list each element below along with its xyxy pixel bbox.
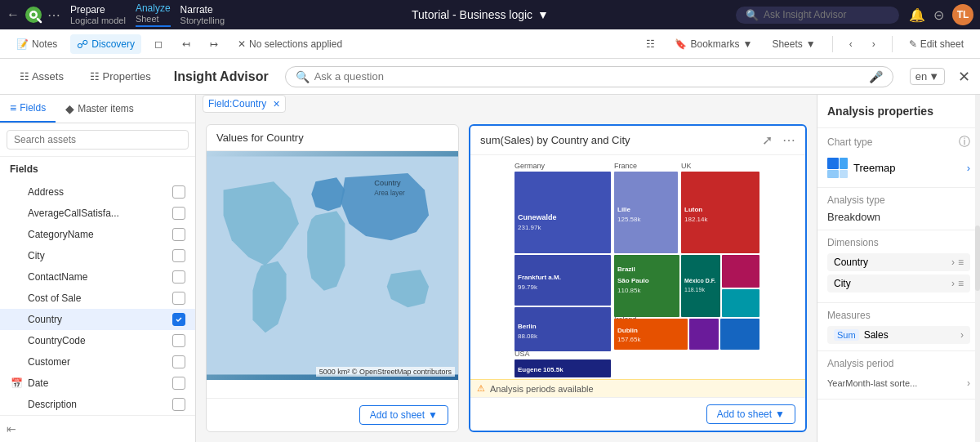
field-checkbox-country[interactable] bbox=[172, 313, 185, 326]
discovery-button[interactable]: ☍ Discovery bbox=[70, 34, 141, 54]
asset-search-input[interactable] bbox=[7, 130, 189, 150]
selection-icon-3[interactable]: ↦ bbox=[203, 35, 225, 53]
field-item-cost[interactable]: Cost of Sale bbox=[0, 288, 195, 309]
assets-tab[interactable]: ☷ Assets bbox=[10, 67, 74, 86]
more-icon[interactable]: ⋯ bbox=[47, 7, 60, 23]
field-item-category[interactable]: CategoryName bbox=[0, 224, 195, 245]
dimension-city-expand[interactable]: › bbox=[951, 278, 955, 289]
period-item[interactable]: YearMonth-last sorte... › bbox=[827, 374, 970, 392]
dimension-country-drag[interactable]: ≡ bbox=[958, 257, 964, 268]
asset-search-area[interactable] bbox=[0, 123, 195, 157]
mic-icon[interactable]: 🎤 bbox=[869, 70, 883, 83]
svg-text:Cunewalde: Cunewalde bbox=[518, 213, 557, 221]
measure-value: Sales bbox=[864, 329, 889, 341]
measure-item[interactable]: Sum Sales › bbox=[827, 326, 970, 344]
svg-rect-8 bbox=[514, 172, 611, 253]
field-checkbox-city[interactable] bbox=[172, 249, 185, 262]
selection-clear-btn[interactable]: ✕ No selections applied bbox=[231, 35, 349, 53]
warning-icon: ⚠ bbox=[477, 383, 485, 394]
field-icon-address bbox=[10, 185, 23, 199]
properties-tab[interactable]: ☷ Properties bbox=[80, 67, 161, 86]
language-selector[interactable]: en ▼ bbox=[910, 68, 945, 85]
notes-button[interactable]: 📝 Notes bbox=[10, 35, 64, 53]
dimension-city-name: City bbox=[834, 278, 851, 289]
field-checkbox-date[interactable] bbox=[172, 377, 185, 390]
nav-prepare[interactable]: Prepare Logical model bbox=[70, 4, 126, 25]
insight-search-input[interactable] bbox=[764, 9, 878, 20]
fullscreen-icon[interactable]: ➚ bbox=[762, 132, 773, 148]
field-checkbox-address[interactable] bbox=[172, 185, 185, 199]
notes-label: Notes bbox=[32, 38, 57, 50]
master-items-tab[interactable]: ◆ Master items bbox=[56, 95, 144, 123]
dimension-country-name: Country bbox=[834, 257, 868, 268]
field-checkbox-contact[interactable] bbox=[172, 270, 185, 284]
treemap-card-body: Germany Cunewalde 231.97k Frankfurt a.M.… bbox=[470, 155, 805, 379]
analysis-warning: ⚠ Analysis periods available bbox=[470, 379, 805, 397]
left-panel-tabs: ≡ Fields ◆ Master items bbox=[0, 95, 195, 123]
field-item-countrycode[interactable]: CountryCode bbox=[0, 330, 195, 351]
treemap-more-icon[interactable]: ⋯ bbox=[782, 132, 795, 148]
field-item-avgcall[interactable]: AverageCallSatisfa... bbox=[0, 203, 195, 224]
treemap-add-to-sheet-button[interactable]: Add to sheet ▼ bbox=[706, 404, 795, 424]
insight-question-field[interactable]: 🔍 🎤 bbox=[285, 66, 893, 87]
map-add-to-sheet-button[interactable]: Add to sheet ▼ bbox=[359, 405, 448, 425]
period-expand[interactable]: › bbox=[967, 377, 970, 389]
dimension-country[interactable]: Country › ≡ bbox=[827, 253, 970, 271]
next-button[interactable]: › bbox=[866, 35, 882, 53]
nav-narrate[interactable]: Narrate Storytelling bbox=[180, 4, 225, 25]
bookmarks-button[interactable]: 🔖 Bookmarks ▼ bbox=[668, 35, 759, 53]
fields-tab[interactable]: ≡ Fields bbox=[0, 95, 56, 123]
avatar[interactable]: TL bbox=[952, 4, 973, 25]
svg-text:99.79k: 99.79k bbox=[518, 284, 538, 291]
field-checkbox-avgcall[interactable] bbox=[172, 207, 185, 220]
treemap-add-dropdown[interactable]: ▼ bbox=[775, 409, 785, 420]
sheets-button[interactable]: Sheets ▼ bbox=[765, 35, 822, 53]
field-item-description[interactable]: Description bbox=[0, 394, 195, 415]
measure-expand[interactable]: › bbox=[960, 329, 964, 341]
field-tag-remove[interactable]: × bbox=[273, 97, 279, 110]
nav-analyze[interactable]: Analyze Sheet bbox=[136, 2, 171, 27]
dimension-city[interactable]: City › ≡ bbox=[827, 275, 970, 292]
field-checkbox-cost[interactable] bbox=[172, 292, 185, 305]
selection-icon-2[interactable]: ↤ bbox=[176, 35, 197, 53]
scroll-indicator[interactable] bbox=[975, 225, 980, 291]
svg-rect-25 bbox=[614, 255, 679, 317]
assets-icon: ☷ bbox=[20, 70, 29, 83]
field-name-cost: Cost of Sale bbox=[28, 292, 81, 304]
field-item-date[interactable]: 📅 Date bbox=[0, 373, 195, 394]
edit-sheet-button[interactable]: ✎ Edit sheet bbox=[902, 35, 970, 53]
field-item-country[interactable]: Country bbox=[0, 309, 195, 330]
bell-icon[interactable]: 🔔 bbox=[909, 7, 925, 23]
svg-rect-29 bbox=[681, 255, 720, 317]
app-title-dropdown[interactable]: ▼ bbox=[537, 8, 549, 21]
treemap-card-footer: Add to sheet ▼ bbox=[470, 397, 805, 431]
grid-view-icon[interactable]: ☷ bbox=[639, 35, 662, 53]
question-input[interactable] bbox=[314, 70, 864, 83]
chart-type-item[interactable]: Treemap › bbox=[827, 154, 970, 181]
back-icon[interactable]: ← bbox=[7, 7, 20, 22]
fields-header: Fields bbox=[0, 157, 195, 181]
map-add-dropdown[interactable]: ▼ bbox=[428, 409, 438, 421]
field-item-city[interactable]: City bbox=[0, 245, 195, 266]
field-item-customer[interactable]: Customer bbox=[0, 351, 195, 373]
close-button[interactable]: ✕ bbox=[958, 68, 970, 86]
svg-text:USA: USA bbox=[514, 350, 530, 358]
prev-button[interactable]: ‹ bbox=[843, 35, 859, 53]
dimension-city-drag[interactable]: ≡ bbox=[958, 278, 964, 289]
analysis-type-section: Analysis type Breakdown bbox=[817, 188, 980, 230]
field-item-address[interactable]: Address bbox=[0, 181, 195, 203]
field-checkbox-customer[interactable] bbox=[172, 355, 185, 368]
field-checkbox-description[interactable] bbox=[172, 398, 185, 411]
fields-icon: ≡ bbox=[10, 101, 16, 114]
field-name-customer: Customer bbox=[28, 356, 70, 368]
insight-search-bar[interactable]: 🔍 bbox=[736, 7, 899, 24]
field-item-contact[interactable]: ContactName bbox=[0, 266, 195, 288]
field-checkbox-category[interactable] bbox=[172, 228, 185, 241]
field-checkbox-countrycode[interactable] bbox=[172, 334, 185, 347]
dimension-country-expand[interactable]: › bbox=[951, 257, 955, 268]
help-icon[interactable]: ⓘ bbox=[959, 135, 970, 150]
master-tab-label: Master items bbox=[78, 103, 134, 114]
grid-icon[interactable]: ⊝ bbox=[933, 7, 944, 23]
collapse-panel-btn[interactable]: ⇤ bbox=[0, 415, 195, 442]
selection-icon-1[interactable]: ◻ bbox=[148, 35, 169, 53]
